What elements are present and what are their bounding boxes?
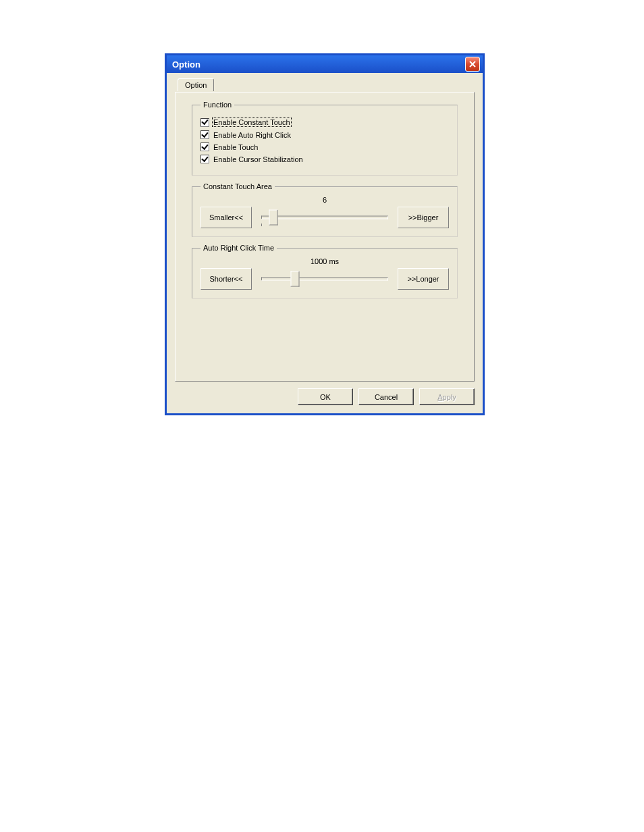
auto-right-click-slider[interactable] — [257, 269, 392, 289]
function-group: Function Enable Constant Touch Enable Au… — [192, 101, 458, 176]
checkbox-enable-cursor-stabilization[interactable] — [200, 155, 209, 163]
constant-touch-area-legend: Constant Touch Area — [200, 182, 275, 190]
checkbox-enable-auto-right-click[interactable] — [200, 130, 209, 139]
slider-line — [261, 278, 388, 281]
shorter-button[interactable]: Shorter<< — [200, 268, 252, 290]
checkbox-row-auto-right-click: Enable Auto Right Click — [200, 130, 449, 139]
dialog-button-row: OK Cancel Apply — [175, 388, 475, 405]
auto-right-click-slider-row: Shorter<< >>Longer — [200, 268, 449, 290]
constant-touch-slider[interactable] — [257, 207, 392, 228]
constant-touch-area-group: Constant Touch Area 6 Smaller<< >>Bigger — [192, 182, 458, 237]
checkbox-label[interactable]: Enable Cursor Stabilization — [213, 155, 303, 163]
tab-panel: Function Enable Constant Touch Enable Au… — [175, 92, 475, 382]
checkbox-row-cursor-stabilization: Enable Cursor Stabilization — [200, 155, 449, 163]
checkbox-row-enable-touch: Enable Touch — [200, 142, 449, 151]
window-title: Option — [172, 59, 200, 70]
option-dialog: Option Option Function Enable Constant T… — [165, 53, 485, 415]
slider-thumb[interactable] — [291, 271, 300, 287]
apply-rest: pply — [443, 393, 456, 401]
checkbox-row-constant-touch: Enable Constant Touch — [200, 118, 449, 127]
apply-underline: A — [437, 393, 442, 401]
slider-thumb[interactable] — [269, 210, 278, 226]
constant-touch-area-value: 6 — [200, 196, 449, 204]
function-legend: Function — [200, 101, 234, 109]
close-icon — [469, 61, 476, 68]
slider-tick — [261, 224, 262, 226]
dialog-content: Option Function Enable Constant Touch En… — [167, 73, 483, 413]
auto-right-click-time-group: Auto Right Click Time 1000 ms Shorter<< … — [192, 244, 458, 298]
cancel-button[interactable]: Cancel — [358, 388, 414, 405]
apply-button: Apply — [419, 388, 475, 405]
checkbox-enable-constant-touch[interactable] — [200, 118, 209, 127]
close-button[interactable] — [465, 57, 480, 72]
ok-button[interactable]: OK — [298, 388, 353, 405]
checkbox-enable-touch[interactable] — [200, 142, 209, 151]
tab-area: Option Function Enable Constant Touch En… — [175, 78, 475, 382]
constant-touch-slider-row: Smaller<< >>Bigger — [200, 207, 449, 228]
auto-right-click-time-legend: Auto Right Click Time — [200, 244, 277, 252]
slider-line — [261, 216, 388, 219]
checkbox-label[interactable]: Enable Constant Touch — [212, 118, 292, 127]
smaller-button[interactable]: Smaller<< — [200, 207, 252, 228]
checkbox-label[interactable]: Enable Auto Right Click — [213, 131, 291, 139]
longer-button[interactable]: >>Longer — [398, 268, 449, 290]
checkbox-label[interactable]: Enable Touch — [213, 143, 258, 151]
auto-right-click-time-value: 1000 ms — [200, 257, 449, 265]
titlebar[interactable]: Option — [167, 55, 483, 73]
tab-option[interactable]: Option — [178, 78, 214, 91]
bigger-button[interactable]: >>Bigger — [398, 207, 449, 228]
